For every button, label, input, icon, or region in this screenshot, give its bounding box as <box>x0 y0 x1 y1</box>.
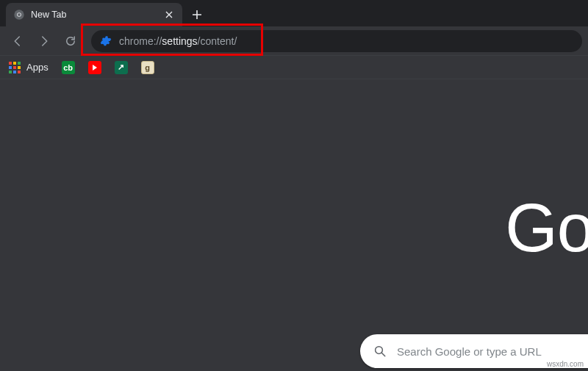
search-placeholder: Search Google or type a URL <box>397 345 542 358</box>
toolbar: chrome://settings/content/ <box>0 26 588 56</box>
search-icon <box>373 345 387 358</box>
close-tab-button[interactable] <box>163 9 175 21</box>
bookmark-icon-1[interactable]: cb <box>62 61 75 74</box>
apps-button[interactable]: Apps <box>9 62 49 73</box>
settings-gear-icon <box>100 35 112 47</box>
back-button[interactable] <box>6 29 29 53</box>
new-tab-button[interactable] <box>187 4 207 25</box>
tab-strip: New Tab <box>0 0 588 26</box>
tab-title: New Tab <box>31 10 157 20</box>
new-tab-page: Go Search Google or type a URL <box>0 79 588 371</box>
apps-label: Apps <box>26 62 49 73</box>
url-suffix: /content/ <box>198 35 237 47</box>
svg-point-2 <box>18 13 21 16</box>
bookmarks-bar: Apps cb ↗ g <box>0 56 588 79</box>
apps-grid-icon <box>9 62 21 73</box>
forward-button[interactable] <box>32 29 56 53</box>
chrome-icon <box>13 9 25 21</box>
bookmark-youtube-icon[interactable] <box>88 61 101 74</box>
url-prefix: chrome:// <box>119 35 162 47</box>
google-logo: Go <box>505 190 588 267</box>
reload-button[interactable] <box>59 29 82 53</box>
watermark: wsxdn.com <box>547 360 584 368</box>
bookmark-goodreads-icon[interactable]: g <box>141 61 154 74</box>
url-text: chrome://settings/content/ <box>119 35 237 47</box>
url-highlight: settings <box>162 35 197 47</box>
active-tab[interactable]: New Tab <box>6 3 182 26</box>
bookmark-icon-3[interactable]: ↗ <box>115 61 128 74</box>
address-bar[interactable]: chrome://settings/content/ <box>91 30 582 52</box>
